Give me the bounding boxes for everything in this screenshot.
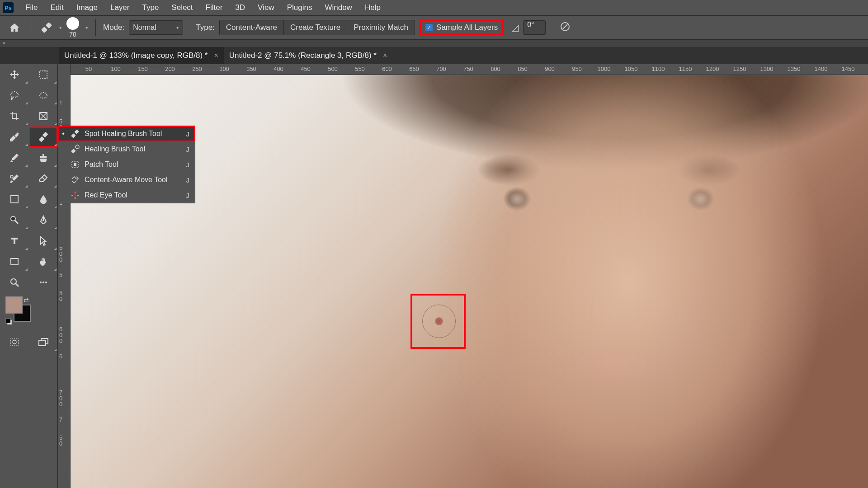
brush-preset-picker[interactable]: 70	[66, 17, 79, 38]
screen-mode-button[interactable]	[29, 332, 58, 352]
tab-close-icon[interactable]: ×	[214, 52, 218, 60]
menu-bar: Ps FileEditImageLayerTypeSelectFilter3DV…	[0, 0, 868, 15]
svg-rect-10	[11, 196, 18, 203]
menu-edit[interactable]: Edit	[44, 0, 70, 15]
tools-panel: ⇄ •Spot Healing Brush ToolJHealing Brush…	[0, 64, 58, 488]
menu-filter[interactable]: Filter	[199, 0, 229, 15]
gradient-tool[interactable]	[0, 189, 29, 210]
path-selection-tool[interactable]	[29, 230, 58, 251]
foreground-color-swatch[interactable]	[5, 296, 23, 314]
history-brush-tool[interactable]	[0, 168, 29, 189]
spot-healing-brush-tool[interactable]	[29, 127, 58, 147]
quick-mask-tool[interactable]	[0, 332, 29, 352]
menu-layer[interactable]: Layer	[104, 0, 136, 15]
svg-rect-7	[39, 136, 45, 142]
horizontal-ruler[interactable]: 5010015020025030035040045050055060065070…	[71, 64, 868, 75]
svg-rect-28	[74, 163, 76, 166]
angle-input[interactable]: 0°	[523, 20, 546, 35]
svg-rect-12	[11, 258, 18, 265]
mode-label: Mode:	[103, 23, 124, 32]
content-aware-button[interactable]: Content-Aware	[219, 20, 284, 35]
tab-close-icon[interactable]: ×	[383, 52, 387, 60]
menu-file[interactable]: File	[19, 0, 44, 15]
blur-tool[interactable]	[29, 189, 58, 210]
svg-point-29	[74, 194, 76, 197]
svg-rect-18	[6, 319, 10, 323]
tool-icon	[70, 129, 80, 139]
svg-rect-8	[42, 132, 48, 138]
document-tab-bar: Untitled-1 @ 133% (Image copy, RGB/8) *×…	[0, 47, 868, 64]
chevron-down-icon: ▾	[176, 25, 179, 31]
menu-3d[interactable]: 3D	[229, 0, 251, 15]
chevron-down-icon: ▾	[85, 25, 88, 31]
pressure-size-icon[interactable]	[559, 21, 571, 34]
document-tab[interactable]: Untitled-2 @ 75.1% (Rectangle 3, RGB/8) …	[224, 47, 393, 64]
type-tool[interactable]	[0, 230, 29, 251]
svg-point-20	[13, 340, 16, 344]
brush-tool[interactable]	[0, 147, 29, 168]
type-button-group: Content-Aware Create Texture Proximity M…	[219, 20, 415, 35]
checkbox-checked-icon: ✓	[425, 24, 433, 31]
rectangle-tool[interactable]	[0, 251, 29, 272]
svg-point-5	[40, 93, 47, 98]
photoshop-app-icon: Ps	[3, 2, 14, 13]
proximity-match-button[interactable]: Proximity Match	[347, 20, 415, 35]
svg-rect-23	[71, 133, 76, 138]
type-label: Type:	[196, 23, 215, 32]
menu-window[interactable]: Window	[318, 0, 358, 15]
tool-preset-picker[interactable]: ▾	[38, 19, 62, 36]
svg-rect-3	[40, 71, 47, 78]
edit-toolbar-button[interactable]	[29, 272, 58, 293]
eyedropper-tool[interactable]	[0, 127, 29, 147]
svg-point-11	[11, 216, 15, 221]
angle-icon: ◿	[512, 22, 519, 33]
tool-icon	[70, 160, 80, 169]
frame-tool[interactable]	[29, 106, 58, 127]
zoom-tool[interactable]	[0, 272, 29, 293]
color-swatches[interactable]: ⇄	[5, 296, 34, 325]
highlight-annotation	[410, 294, 466, 349]
swap-colors-icon[interactable]: ⇄	[24, 296, 29, 304]
menu-image[interactable]: Image	[70, 0, 104, 15]
menu-view[interactable]: View	[251, 0, 281, 15]
healing-tool-flyout: •Spot Healing Brush ToolJHealing Brush T…	[58, 126, 195, 203]
svg-rect-25	[71, 149, 76, 154]
flyout-item-red-eye-tool[interactable]: Red Eye ToolJ	[58, 188, 195, 203]
flyout-item-spot-healing-brush-tool[interactable]: •Spot Healing Brush ToolJ	[58, 126, 195, 141]
quick-selection-tool[interactable]	[29, 85, 58, 106]
panel-collapse-toggle[interactable]: «	[0, 40, 868, 47]
menu-select[interactable]: Select	[165, 0, 199, 15]
document-tab[interactable]: Untitled-1 @ 133% (Image copy, RGB/8) *×	[59, 47, 224, 64]
marquee-tool[interactable]	[29, 64, 58, 85]
svg-point-4	[11, 92, 18, 97]
flyout-item-healing-brush-tool[interactable]: Healing Brush ToolJ	[58, 141, 195, 157]
menu-type[interactable]: Type	[136, 0, 165, 15]
svg-point-13	[11, 279, 16, 284]
svg-rect-22	[39, 340, 46, 346]
flyout-item-content-aware-move-tool[interactable]: Content-Aware Move ToolJ	[58, 172, 195, 188]
svg-point-15	[42, 282, 44, 283]
sample-all-layers-checkbox[interactable]: ✓ Sample All Layers	[420, 20, 504, 35]
create-texture-button[interactable]: Create Texture	[284, 20, 347, 35]
dodge-tool[interactable]	[0, 210, 29, 230]
tool-icon	[70, 144, 80, 154]
lasso-tool[interactable]	[0, 85, 29, 106]
svg-point-26	[75, 145, 79, 149]
eraser-tool[interactable]	[29, 168, 58, 189]
svg-point-16	[45, 282, 47, 283]
options-bar: ▾ 70 ▾ Mode: Normal ▾ Type: Content-Awar…	[0, 15, 868, 40]
move-tool[interactable]	[0, 64, 29, 85]
clone-stamp-tool[interactable]	[29, 147, 58, 168]
default-colors-icon[interactable]	[5, 318, 13, 325]
hand-tool[interactable]	[29, 251, 58, 272]
svg-point-14	[40, 282, 42, 283]
svg-rect-24	[74, 129, 79, 134]
flyout-item-patch-tool[interactable]: Patch ToolJ	[58, 157, 195, 172]
menu-plugins[interactable]: Plugins	[281, 0, 319, 15]
chevron-down-icon: ▾	[59, 25, 62, 31]
mode-dropdown[interactable]: Normal ▾	[129, 20, 183, 35]
menu-help[interactable]: Help	[359, 0, 387, 15]
home-button[interactable]	[5, 19, 24, 36]
pen-tool[interactable]	[29, 210, 58, 230]
crop-tool[interactable]	[0, 106, 29, 127]
